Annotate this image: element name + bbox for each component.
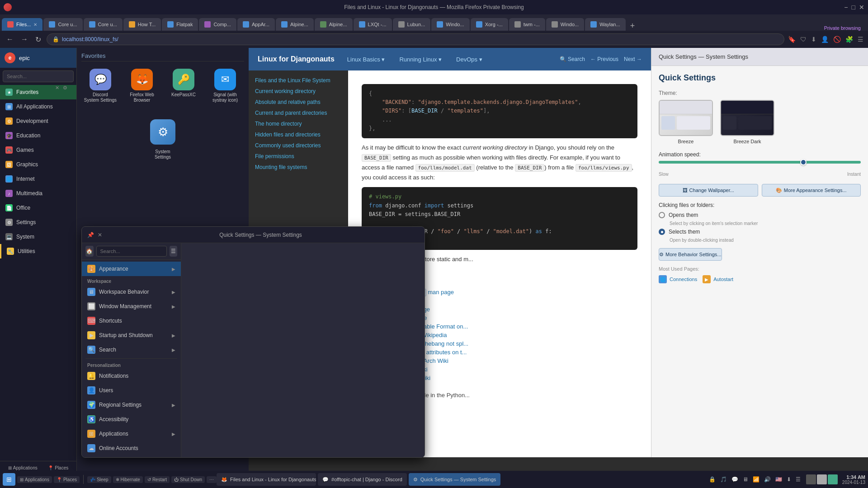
- taskbar-shutdown-btn[interactable]: ⏻ Shut Down: [171, 476, 205, 483]
- taskbar-task-settings[interactable]: ⚙ Quick Settings — System Settings: [409, 473, 501, 486]
- more-behavior-button[interactable]: ⚙ More Behavior Settings...: [659, 248, 722, 261]
- theme-breeze-dark[interactable]: Breeze Dark: [720, 100, 774, 144]
- tray-chat-icon[interactable]: 💬: [731, 475, 739, 483]
- tab-2[interactable]: Core u...: [84, 18, 123, 31]
- kde-item-notifications[interactable]: 🔔 Notifications: [82, 369, 181, 383]
- tray-sound-icon[interactable]: 🎵: [719, 475, 728, 483]
- tray-update-icon[interactable]: ⬇: [786, 475, 792, 483]
- tab-6[interactable]: AppAr...: [237, 18, 275, 31]
- tab-13[interactable]: twm -...: [509, 18, 545, 31]
- reload-button[interactable]: ↻: [33, 33, 43, 46]
- minimize-icon[interactable]: −: [844, 4, 848, 11]
- toc-item-5[interactable]: Hidden files and directories: [249, 129, 348, 140]
- sidebar-item-all-apps[interactable]: ⊞ All Applications: [0, 99, 76, 114]
- tab-4[interactable]: Flatpak: [162, 18, 198, 31]
- toc-item-1[interactable]: Current working directory: [249, 86, 348, 97]
- close-icon[interactable]: ✕: [859, 4, 864, 11]
- toc-item-2[interactable]: Absolute and relative paths: [249, 97, 348, 108]
- sidebar-item-internet[interactable]: 🌐 Internet: [0, 172, 76, 186]
- kde-item-appearance[interactable]: 🎨 Appearance ▶: [82, 262, 181, 276]
- kde-item-search[interactable]: 🔍 Search ▶: [82, 343, 181, 357]
- radio-open[interactable]: [659, 212, 665, 218]
- sidebar-item-multimedia[interactable]: ♪ Multimedia: [0, 186, 76, 201]
- sidebar-item-education[interactable]: 🎓 Education: [0, 128, 76, 143]
- kde-unpin-icon[interactable]: ✕: [98, 232, 102, 238]
- animation-slider[interactable]: [659, 161, 861, 170]
- toc-item-8[interactable]: Mounting file systems: [249, 162, 348, 173]
- tray-volume-icon[interactable]: 🔊: [763, 475, 772, 483]
- sidebar-item-utilities[interactable]: 🔧 Utilities: [0, 244, 76, 258]
- taskbar-start-icon[interactable]: ⊞: [3, 473, 15, 486]
- sys-settings-grid[interactable]: ⚙ SystemSettings: [81, 119, 244, 160]
- sidebar-item-office[interactable]: 📄 Office: [0, 201, 76, 215]
- tray-lock-icon[interactable]: 🔒: [708, 475, 717, 483]
- tray-menu-icon[interactable]: ☰: [795, 475, 802, 483]
- tab-8[interactable]: Alpine...: [315, 18, 353, 31]
- tab-5[interactable]: Comp...: [199, 18, 236, 31]
- tab-15[interactable]: Waylan...: [585, 18, 625, 31]
- shield-icon[interactable]: 🛡: [800, 36, 807, 43]
- sidebar-item-graphics[interactable]: 🖼 Graphics: [0, 157, 76, 172]
- tab-close-icon[interactable]: ✕: [33, 22, 37, 27]
- most-used-connections[interactable]: 🌐 Connections: [659, 275, 697, 283]
- toc-item-4[interactable]: The home directory: [249, 118, 348, 129]
- clock[interactable]: 1:34 AM 2024-01-13: [842, 474, 865, 485]
- tray-lang-icon[interactable]: 🇺🇸: [774, 475, 783, 483]
- kde-menu-button[interactable]: ☰: [170, 246, 178, 257]
- nav-running-linux[interactable]: Running Linux ▾: [396, 54, 445, 65]
- app-keepassxc[interactable]: 🔑 KeePassXC: [165, 66, 203, 106]
- search-filter-icon[interactable]: ⚙: [63, 85, 67, 91]
- most-used-autostart[interactable]: ▶ Autostart: [703, 275, 733, 283]
- bookmark-icon[interactable]: 🔖: [788, 36, 796, 43]
- prev-action[interactable]: ← Previous: [590, 56, 618, 62]
- app-signal[interactable]: ✉ Signal (withsystray icon): [206, 66, 244, 106]
- kde-panel-search-input[interactable]: [96, 246, 167, 257]
- tab-active[interactable]: Files... ✕: [2, 18, 42, 31]
- profile-icon[interactable]: 👤: [821, 36, 829, 43]
- kde-item-online-accounts[interactable]: ☁ Online Accounts: [82, 441, 181, 455]
- adblock-icon[interactable]: 🚫: [833, 36, 841, 43]
- kde-pin-icon[interactable]: 📌: [87, 232, 94, 238]
- tab-12[interactable]: Xorg -...: [471, 18, 508, 31]
- nav-linux-basics[interactable]: Linux Basics ▾: [344, 54, 389, 65]
- tab-7[interactable]: Alpine...: [276, 18, 314, 31]
- next-action[interactable]: Next →: [624, 56, 642, 62]
- slider-handle[interactable]: [800, 159, 807, 165]
- kde-item-startup-shutdown[interactable]: ▶ Startup and Shutdown ▶: [82, 328, 181, 343]
- maximize-icon[interactable]: □: [852, 4, 855, 11]
- taskbar-sleep-btn[interactable]: 💤 Sleep: [87, 476, 111, 483]
- tab-9[interactable]: LXQt -...: [354, 18, 392, 31]
- download-icon[interactable]: ⬇: [811, 36, 816, 43]
- kde-item-accessibility[interactable]: ♿ Accessibility: [82, 412, 181, 427]
- taskbar-apps-btn[interactable]: ⊞ Applications: [17, 476, 52, 483]
- taskbar-task-firefox[interactable]: 🦊 Files and Linux - Linux for Djangonaut…: [217, 473, 316, 486]
- menu-icon[interactable]: ☰: [858, 36, 863, 43]
- taskbar-more-btn[interactable]: ⋯: [207, 476, 217, 483]
- toc-item-7[interactable]: File permissions: [249, 151, 348, 162]
- taskbar-task-discord[interactable]: 💬 #offtopic-chat | Django - Discord: [318, 473, 407, 486]
- address-bar[interactable]: 🔒 localhost:8000/linux_fs/: [47, 33, 784, 45]
- radio-select[interactable]: [659, 229, 665, 235]
- sidebar-item-development[interactable]: ⚙ Development: [0, 114, 76, 128]
- kde-home-button[interactable]: 🏠: [85, 246, 94, 257]
- tab-1[interactable]: Core u...: [43, 18, 82, 31]
- sidebar-item-games[interactable]: 🎮 Games: [0, 143, 76, 157]
- app-discord[interactable]: 💬 DiscordSystem Settings: [81, 66, 119, 106]
- kde-item-shortcuts[interactable]: ⌨ Shortcuts: [82, 314, 181, 328]
- taskbar-restart-btn[interactable]: ↺ Restart: [145, 476, 170, 483]
- sidebar-item-system[interactable]: 💻 System: [0, 230, 76, 244]
- kde-item-window-mgmt[interactable]: ⬜ Window Management ▶: [82, 299, 181, 314]
- toc-item-6[interactable]: Commonly used directories: [249, 140, 348, 151]
- more-appearance-button[interactable]: 🎨 More Appearance Settings...: [762, 184, 861, 197]
- tab-3[interactable]: How T...: [123, 18, 161, 31]
- new-tab-button[interactable]: +: [627, 21, 639, 31]
- forward-button[interactable]: →: [19, 33, 30, 45]
- toc-item-0[interactable]: Files and the Linux File System: [249, 75, 348, 86]
- change-wallpaper-button[interactable]: 🖼 Change Wallpaper...: [659, 184, 758, 197]
- kde-item-applications[interactable]: ⊞ Applications ▶: [82, 427, 181, 441]
- tab-10[interactable]: Lubun...: [393, 18, 431, 31]
- app-firefox[interactable]: 🦊 Firefox Web Browser: [123, 66, 161, 106]
- kde-item-regional[interactable]: 🌍 Regional Settings ▶: [82, 398, 181, 412]
- tray-network-icon[interactable]: 📶: [752, 475, 760, 483]
- extensions-icon[interactable]: 🧩: [845, 36, 853, 43]
